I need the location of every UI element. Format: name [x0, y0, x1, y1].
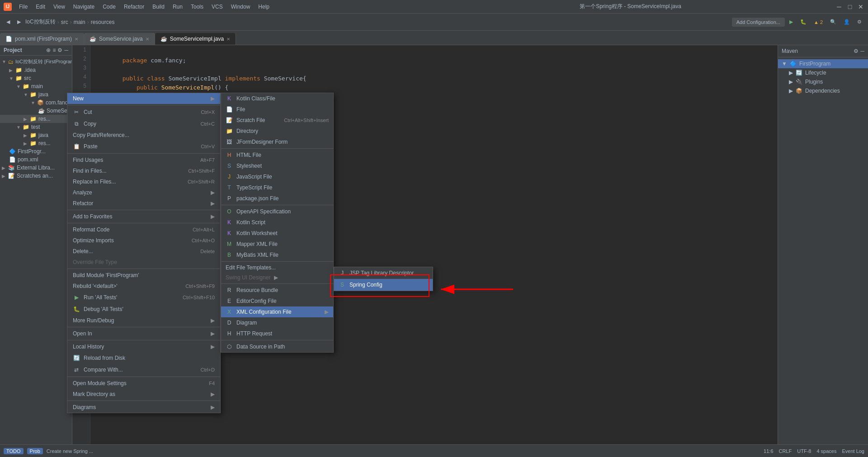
warning-indicator[interactable]: ▲ 2	[811, 18, 826, 26]
sub-kotlin-worksheet[interactable]: K Kotlin Worksheet	[221, 228, 333, 239]
menu-window[interactable]: Window	[227, 2, 254, 11]
tree-someservice[interactable]: ☕ SomeService	[0, 107, 72, 115]
breadcrumb-item-3[interactable]: resources	[91, 19, 115, 25]
prob-badge[interactable]: Prob	[27, 448, 43, 454]
tree-pomxml[interactable]: 📄 pom.xml	[0, 155, 72, 164]
sub-directory[interactable]: 📁 Directory	[221, 126, 333, 137]
maven-dependencies[interactable]: ▶ 📦 Dependencies	[778, 86, 868, 95]
tab-close-someserviceimpl[interactable]: ✕	[226, 37, 230, 42]
tree-external-lib[interactable]: ▶ 📚 External Libra...	[0, 164, 72, 172]
sub-editorconfig[interactable]: E EditorConfig File	[221, 296, 333, 306]
ctx-local-history[interactable]: Local History ▶	[67, 341, 220, 352]
tree-test[interactable]: ▼ 📁 test	[0, 123, 72, 131]
ctx-build-module[interactable]: Build Module 'FirstProgram'	[67, 270, 220, 281]
ctx-delete[interactable]: Delete... Delete	[67, 246, 220, 257]
panel-minimize[interactable]: ─	[64, 47, 68, 53]
tree-root[interactable]: ▼ 🗂 IoC控制反转 [FirstProgram]	[0, 57, 72, 66]
menu-refactor[interactable]: Refactor	[120, 2, 148, 11]
line-separator[interactable]: CRLF	[779, 448, 792, 454]
ctx-cut[interactable]: ✂ Cut Ctrl+X	[67, 106, 220, 118]
tab-someserviceimpl[interactable]: ☕ SomeServiceImpl.java ✕	[155, 33, 236, 45]
ctx-replace[interactable]: Replace in Files... Ctrl+Shift+R	[67, 176, 220, 187]
ctx-find-usages[interactable]: Find Usages Alt+F7	[67, 155, 220, 165]
ctx-module-settings[interactable]: Open Module Settings F4	[67, 378, 220, 389]
sub-http[interactable]: H HTTP Request	[221, 328, 333, 339]
menu-edit[interactable]: Edit	[32, 2, 49, 11]
ctx-copy[interactable]: ⧉ Copy Ctrl+C	[67, 118, 220, 130]
ctx-paste[interactable]: 📋 Paste Ctrl+V	[67, 141, 220, 152]
ctx-compare[interactable]: ⇄ Compare With... Ctrl+D	[67, 364, 220, 376]
tree-src[interactable]: ▼ 📁 src	[0, 74, 72, 82]
sub-xml-config[interactable]: X XML Configuration File ▶	[221, 306, 333, 317]
ctx-optimize[interactable]: Optimize Imports Ctrl+Alt+O	[67, 235, 220, 246]
ctx-rebuild[interactable]: Rebuild '<default>' Ctrl+Shift+F9	[67, 281, 220, 292]
sub-mapper-xml[interactable]: M Mapper XML File	[221, 239, 333, 250]
sub-pkgjson[interactable]: P package.json File	[221, 193, 333, 204]
indent-setting[interactable]: 4 spaces	[816, 448, 836, 454]
menu-code[interactable]: Code	[99, 2, 119, 11]
sub-mybatis-xml[interactable]: B MyBatis XML File	[221, 250, 333, 260]
panel-add[interactable]: ⊕	[46, 47, 51, 53]
sub-kotlin-script[interactable]: K Kotlin Script	[221, 217, 333, 228]
debug-button[interactable]: 🐛	[797, 18, 809, 26]
ctx-open-in[interactable]: Open In ▶	[67, 328, 220, 339]
sub-scratch[interactable]: 📝 Scratch File Ctrl+Alt+Shift+Insert	[221, 115, 333, 126]
sub-datasource[interactable]: ⬡ Data Source in Path	[221, 341, 333, 352]
menu-view[interactable]: View	[50, 2, 69, 11]
tab-close-someservice[interactable]: ✕	[146, 37, 149, 42]
tree-resources[interactable]: ▶ 📁 res...	[0, 115, 72, 123]
ctx-analyze[interactable]: Analyze ▶	[67, 187, 220, 198]
tree-test-res[interactable]: ▶ 📁 res...	[0, 139, 72, 147]
breadcrumb-item-0[interactable]: IoC控制反转	[25, 18, 56, 26]
menu-file[interactable]: File	[15, 2, 31, 11]
encoding[interactable]: UTF-8	[797, 448, 811, 454]
menu-build[interactable]: Build	[149, 2, 168, 11]
tree-main[interactable]: ▼ 📁 main	[0, 82, 72, 90]
tree-java[interactable]: ▼ 📁 java	[0, 90, 72, 99]
maven-lifecycle[interactable]: ▶ 🔄 Lifecycle	[778, 68, 868, 77]
menu-vcs[interactable]: VCS	[208, 2, 226, 11]
panel-gear[interactable]: ⚙	[57, 47, 62, 53]
tree-comfancy[interactable]: ▼ 📦 com.fancy	[0, 99, 72, 107]
toolbar-forward[interactable]: ▶	[14, 18, 24, 26]
maven-root[interactable]: ▼ 🔷 FirstProgram	[778, 59, 868, 68]
menu-tools[interactable]: Tools	[187, 2, 207, 11]
ctx-add-favorites[interactable]: Add to Favorites ▶	[67, 211, 220, 222]
add-config-button[interactable]: Add Configuration...	[732, 18, 785, 27]
maven-plugins[interactable]: ▶ 🔌 Plugins	[778, 77, 868, 86]
search-button[interactable]: 🔍	[827, 18, 839, 26]
tab-someservice[interactable]: ☕ SomeService.java ✕	[84, 33, 155, 45]
settings-button[interactable]: ⚙	[854, 18, 864, 26]
sub-openapi[interactable]: O OpenAPI Specification	[221, 206, 333, 217]
tree-idea[interactable]: ▶ 📁 .idea	[0, 66, 72, 74]
ctx-reload[interactable]: 🔄 Reload from Disk	[67, 352, 220, 364]
close-button[interactable]: ✕	[857, 3, 864, 10]
ctx-new[interactable]: New ▶	[67, 93, 220, 104]
todo-badge[interactable]: TODO	[4, 448, 24, 454]
sub-html[interactable]: H HTML File	[221, 150, 333, 160]
ctx-reformat[interactable]: Reformat Code Ctrl+Alt+L	[67, 224, 220, 235]
menu-navigate[interactable]: Navigate	[70, 2, 98, 11]
avatar-button[interactable]: 👤	[841, 18, 853, 26]
sub-ts[interactable]: T TypeScript File	[221, 182, 333, 193]
xml-spring-config[interactable]: S Spring Config	[334, 279, 433, 291]
event-log[interactable]: Event Log	[842, 448, 864, 454]
ctx-diagrams[interactable]: Diagrams ▶	[67, 402, 220, 413]
ctx-run-tests[interactable]: ▶ Run 'All Tests' Ctrl+Shift+F10	[67, 292, 220, 303]
maven-settings-icon[interactable]: ⚙	[854, 48, 859, 54]
breadcrumb-item-2[interactable]: main	[74, 19, 85, 25]
ctx-find-files[interactable]: Find in Files... Ctrl+Shift+F	[67, 165, 220, 176]
run-button[interactable]: ▶	[787, 18, 796, 26]
tree-test-java[interactable]: ▶ 📁 java	[0, 131, 72, 139]
ctx-more-run[interactable]: More Run/Debug ▶	[67, 315, 220, 326]
menu-help[interactable]: Help	[255, 2, 273, 11]
toolbar-back[interactable]: ◀	[4, 18, 13, 26]
sub-resource-bundle[interactable]: R Resource Bundle	[221, 285, 333, 296]
maven-minimize-icon[interactable]: ─	[860, 48, 864, 54]
sub-diagram[interactable]: D Diagram	[221, 317, 333, 328]
tab-close-pom[interactable]: ✕	[75, 37, 78, 42]
sub-css[interactable]: S Stylesheet	[221, 160, 333, 171]
tree-scratches[interactable]: ▶ 📝 Scratches an...	[0, 172, 72, 180]
ctx-debug-tests[interactable]: 🐛 Debug 'All Tests'	[67, 303, 220, 315]
sub-edit-templates[interactable]: Edit File Templates...	[221, 263, 333, 273]
